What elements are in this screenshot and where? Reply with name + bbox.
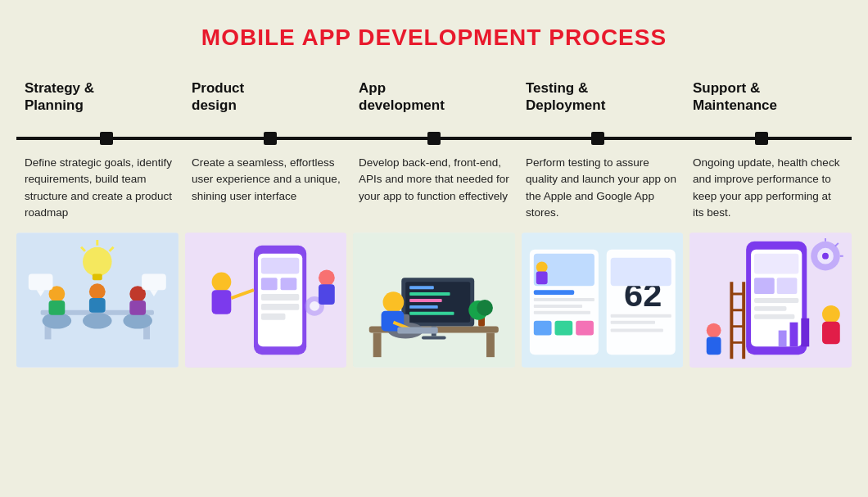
support-svg [689, 233, 852, 368]
testing-svg: 62 [522, 233, 684, 368]
svg-rect-47 [409, 305, 438, 309]
step-col-appdev: Appdevelopment [350, 79, 518, 132]
svg-point-36 [319, 269, 335, 286]
svg-point-89 [822, 253, 829, 260]
appdev-svg [353, 233, 515, 368]
svg-rect-94 [822, 322, 840, 345]
step-desc-strategy: Define strategic goals, identify require… [16, 155, 183, 221]
svg-rect-25 [260, 258, 298, 274]
svg-rect-103 [779, 331, 787, 347]
svg-point-93 [822, 305, 840, 323]
timeline-dot-3 [427, 132, 441, 145]
svg-rect-86 [754, 314, 794, 319]
svg-point-58 [477, 300, 493, 316]
step-col-strategy: Strategy &Planning [16, 79, 183, 132]
timeline-dots [16, 132, 852, 145]
appdev-image [353, 233, 515, 368]
svg-rect-105 [802, 319, 810, 347]
svg-rect-82 [754, 278, 775, 294]
svg-rect-10 [89, 298, 106, 313]
strategy-image [16, 233, 179, 368]
svg-rect-37 [319, 284, 335, 305]
svg-point-13 [83, 247, 112, 277]
svg-point-53 [383, 291, 405, 313]
step-col-product: Productdesign [183, 79, 350, 132]
svg-rect-44 [409, 286, 434, 289]
titles-row: Strategy &Planning Productdesign Appdeve… [16, 79, 852, 132]
svg-rect-30 [260, 314, 285, 320]
timeline-dot-5 [755, 132, 768, 145]
svg-rect-41 [486, 333, 495, 358]
svg-rect-69 [554, 321, 572, 336]
svg-point-9 [89, 283, 106, 300]
timeline-dot-2 [264, 132, 277, 145]
process-container: Strategy &Planning Productdesign Appdeve… [16, 79, 852, 368]
svg-rect-66 [534, 305, 582, 308]
svg-point-76 [536, 262, 548, 273]
svg-rect-59 [398, 328, 438, 334]
step-title-appdev: Appdevelopment [359, 79, 509, 122]
svg-rect-14 [93, 273, 102, 280]
svg-rect-68 [534, 321, 552, 336]
timeline-dot-4 [591, 132, 604, 145]
svg-point-31 [211, 272, 231, 291]
svg-rect-81 [754, 254, 798, 274]
svg-rect-83 [777, 278, 798, 294]
support-image [689, 233, 852, 368]
product-svg [185, 233, 347, 368]
timeline-dot-1 [100, 132, 113, 145]
step-col-testing: Testing &Deployment [518, 79, 685, 132]
svg-rect-74 [610, 258, 671, 287]
svg-rect-8 [49, 300, 66, 315]
timeline-row [16, 132, 852, 145]
svg-rect-20 [142, 273, 166, 290]
svg-rect-77 [536, 271, 548, 284]
step-desc-product: Create a seamless, effortless user exper… [183, 155, 350, 221]
descriptions-row: Define strategic goals, identify require… [16, 155, 852, 221]
svg-rect-45 [409, 292, 450, 296]
svg-rect-50 [422, 336, 446, 339]
images-row: 62 [16, 233, 852, 368]
product-image [185, 233, 347, 368]
svg-rect-73 [610, 321, 654, 324]
svg-rect-40 [373, 333, 382, 358]
step-desc-appdev: Develop back-end, front-end, APIs and mo… [350, 155, 518, 221]
svg-rect-28 [260, 294, 298, 300]
step-title-support: Support &Maintenance [693, 79, 843, 122]
svg-rect-48 [409, 312, 454, 315]
svg-rect-104 [790, 323, 798, 347]
page-title: MOBILE APP DEVELOPMENT PROCESS [201, 25, 667, 51]
svg-point-95 [707, 323, 721, 338]
step-title-testing: Testing &Deployment [526, 79, 676, 122]
svg-rect-27 [280, 278, 296, 290]
step-desc-support: Ongoing update, health check and improve… [685, 155, 852, 221]
svg-point-35 [310, 301, 319, 311]
svg-rect-64 [534, 290, 574, 295]
svg-rect-70 [576, 321, 594, 336]
step-col-support: Support &Maintenance [685, 79, 852, 132]
svg-rect-85 [754, 306, 787, 311]
svg-rect-72 [610, 314, 671, 318]
svg-rect-96 [707, 337, 721, 355]
svg-rect-67 [534, 311, 590, 314]
testing-image: 62 [522, 233, 684, 368]
svg-rect-75 [610, 329, 662, 332]
step-title-strategy: Strategy &Planning [25, 79, 175, 122]
svg-rect-12 [129, 300, 146, 315]
svg-rect-29 [260, 304, 298, 310]
svg-rect-65 [534, 298, 594, 301]
svg-rect-46 [409, 299, 442, 302]
strategy-svg [16, 233, 179, 368]
svg-rect-84 [754, 298, 798, 303]
svg-point-5 [83, 313, 112, 329]
step-desc-testing: Perform testing to assure quality and la… [518, 155, 685, 221]
step-title-product: Productdesign [192, 79, 342, 122]
svg-rect-32 [211, 290, 231, 314]
svg-rect-26 [260, 278, 277, 290]
svg-rect-18 [29, 273, 53, 290]
